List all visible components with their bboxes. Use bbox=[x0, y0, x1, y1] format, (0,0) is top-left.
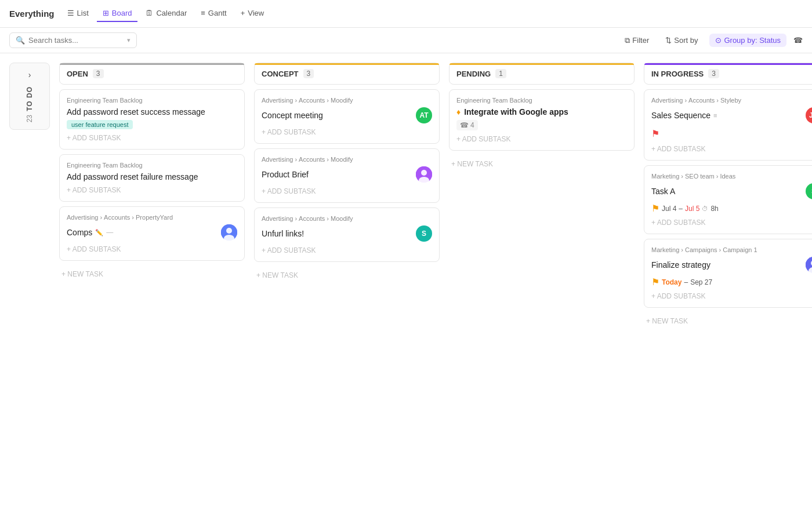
board-icon: ⊞ bbox=[103, 9, 109, 17]
sort-icon: ⇅ bbox=[665, 36, 672, 45]
plus-icon: + bbox=[241, 9, 245, 17]
tag: user feature request bbox=[67, 120, 133, 129]
search-icon: 🔍 bbox=[16, 36, 25, 45]
add-subtask-button[interactable]: + ADD SUBTASK bbox=[651, 291, 812, 300]
pending-count: 1 bbox=[495, 69, 506, 78]
concept-label: CONCEPT bbox=[262, 70, 299, 78]
tab-view[interactable]: + View bbox=[235, 5, 270, 22]
table-row: Engineering Team Backlog Add password re… bbox=[59, 89, 245, 150]
table-row: Marketing › SEO team › Ideas Task A S ⚑ … bbox=[644, 165, 812, 234]
inprogress-count: 3 bbox=[708, 69, 719, 78]
add-subtask-button[interactable]: + ADD SUBTASK bbox=[67, 133, 237, 142]
open-count: 3 bbox=[93, 69, 104, 78]
new-task-button[interactable]: + NEW TASK bbox=[449, 155, 635, 173]
date-start: Today bbox=[662, 278, 682, 286]
pending-label: PENDING bbox=[456, 70, 491, 78]
avatar bbox=[221, 224, 237, 241]
table-row: Advertising › Accounts › PropertyYard Co… bbox=[59, 206, 245, 261]
group-icon: ⊙ bbox=[715, 36, 722, 45]
collapsed-label: TO DO bbox=[26, 86, 34, 111]
add-subtask-button[interactable]: + ADD SUBTASK bbox=[262, 186, 432, 195]
expand-icon: › bbox=[28, 70, 31, 79]
svg-point-1 bbox=[226, 228, 232, 234]
task-title: Product Brief bbox=[262, 170, 309, 179]
phone-icon: ☎ bbox=[460, 121, 469, 129]
breadcrumb: Engineering Team Backlog bbox=[67, 162, 237, 169]
column-header-open: OPEN 3 bbox=[59, 63, 245, 85]
date-end: Jul 5 bbox=[685, 205, 699, 213]
add-subtask-button[interactable]: + ADD SUBTASK bbox=[456, 134, 627, 143]
avatar: S bbox=[806, 183, 812, 199]
add-subtask-button[interactable]: + ADD SUBTASK bbox=[67, 185, 237, 194]
breadcrumb: Engineering Team Backlog bbox=[456, 97, 627, 104]
task-row: Comps ✏️ — bbox=[67, 224, 237, 241]
table-row: Advertising › Accounts › Moodify Product… bbox=[254, 148, 440, 203]
avatar: AT bbox=[416, 107, 432, 123]
task-row: Finalize strategy bbox=[651, 257, 812, 273]
task-row: Task A S bbox=[651, 183, 812, 199]
task-row: Sales Sequence ≡ JO bbox=[651, 107, 812, 123]
task-title: Comps bbox=[67, 228, 92, 237]
task-row: Product Brief bbox=[262, 166, 432, 183]
column-header-pending: PENDING 1 bbox=[449, 63, 635, 85]
filter-icon: ⧉ bbox=[625, 36, 630, 45]
sort-button[interactable]: ⇅ Sort by bbox=[661, 34, 702, 47]
add-subtask-button[interactable]: + ADD SUBTASK bbox=[262, 127, 432, 136]
new-task-button[interactable]: + NEW TASK bbox=[644, 312, 812, 330]
tab-board[interactable]: ⊞ Board bbox=[97, 5, 138, 22]
column-header-concept: CONCEPT 3 bbox=[254, 63, 440, 85]
tab-calendar[interactable]: 🗓 Calendar bbox=[140, 5, 193, 22]
flag-icon: ⚑ bbox=[651, 276, 659, 287]
table-row: Advertising › Accounts › Moodify Concept… bbox=[254, 89, 440, 144]
avatar-img bbox=[221, 224, 237, 241]
add-subtask-button[interactable]: + ADD SUBTASK bbox=[67, 244, 237, 253]
task-title: Concept meeting bbox=[262, 111, 323, 120]
toolbar-right: ⧉ Filter ⇅ Sort by ⊙ Group by: Status ☎ bbox=[620, 34, 803, 48]
task-row: Concept meeting AT bbox=[262, 107, 432, 123]
column-open: OPEN 3 Engineering Team Backlog Add pass… bbox=[59, 63, 245, 283]
tab-gantt[interactable]: ≡ Gantt bbox=[195, 5, 232, 22]
table-row: Marketing › Campaigns › Campaign 1 Final… bbox=[644, 239, 812, 308]
task-title: Add password reset failure message bbox=[67, 172, 237, 181]
gantt-icon: ≡ bbox=[201, 9, 205, 17]
list-icon: ☰ bbox=[67, 9, 74, 17]
avatar: JO bbox=[806, 107, 812, 123]
app-title: Everything bbox=[9, 9, 55, 19]
breadcrumb: Marketing › Campaigns › Campaign 1 bbox=[651, 246, 812, 253]
search-input[interactable] bbox=[28, 36, 124, 45]
collapsed-count: 23 bbox=[26, 115, 34, 122]
date-row: ⚑ Today – Sep 27 bbox=[651, 276, 812, 287]
task-title: Task A bbox=[651, 187, 675, 196]
breadcrumb: Advertising › Accounts › PropertyYard bbox=[67, 214, 237, 221]
chevron-down-icon: ▾ bbox=[127, 37, 130, 44]
task-title: Finalize strategy bbox=[651, 260, 710, 270]
breadcrumb: Advertising › Accounts › Moodify bbox=[262, 97, 432, 104]
task-title: Add password reset success message bbox=[67, 107, 237, 117]
lines-icon: ≡ bbox=[713, 112, 717, 119]
column-concept: CONCEPT 3 Advertising › Accounts › Moodi… bbox=[254, 63, 440, 284]
add-subtask-button[interactable]: + ADD SUBTASK bbox=[651, 217, 812, 227]
new-task-button[interactable]: + NEW TASK bbox=[59, 265, 245, 283]
add-subtask-button[interactable]: + ADD SUBTASK bbox=[651, 144, 812, 153]
collapsed-column[interactable]: › TO DO 23 bbox=[9, 63, 50, 130]
avatar bbox=[416, 166, 432, 183]
svg-point-4 bbox=[421, 170, 427, 176]
tab-list[interactable]: ☰ List bbox=[61, 5, 95, 22]
toolbar: 🔍 ▾ ⧉ Filter ⇅ Sort by ⊙ Group by: Statu… bbox=[0, 28, 812, 53]
settings-icon[interactable]: ☎ bbox=[793, 36, 803, 45]
flag-icon: ⚑ bbox=[651, 129, 659, 139]
new-task-button[interactable]: + NEW TASK bbox=[254, 267, 440, 284]
column-inprogress: IN PROGRESS 3 Advertising › Accounts › S… bbox=[644, 63, 812, 330]
inprogress-label: IN PROGRESS bbox=[651, 70, 704, 78]
add-subtask-button[interactable]: + ADD SUBTASK bbox=[262, 245, 432, 254]
search-box[interactable]: 🔍 ▾ bbox=[9, 32, 137, 48]
column-header-inprogress: IN PROGRESS 3 bbox=[644, 63, 812, 85]
filter-button[interactable]: ⧉ Filter bbox=[620, 34, 654, 48]
task-title: Integrate with Google apps bbox=[464, 107, 568, 117]
group-by-button[interactable]: ⊙ Group by: Status bbox=[709, 34, 786, 47]
table-row: Advertising › Accounts › Moodify Unfurl … bbox=[254, 208, 440, 262]
breadcrumb: Engineering Team Backlog bbox=[67, 97, 237, 104]
calendar-icon: 🗓 bbox=[146, 9, 153, 17]
breadcrumb: Marketing › SEO team › Ideas bbox=[651, 173, 812, 180]
breadcrumb: Advertising › Accounts › Moodify bbox=[262, 215, 432, 222]
